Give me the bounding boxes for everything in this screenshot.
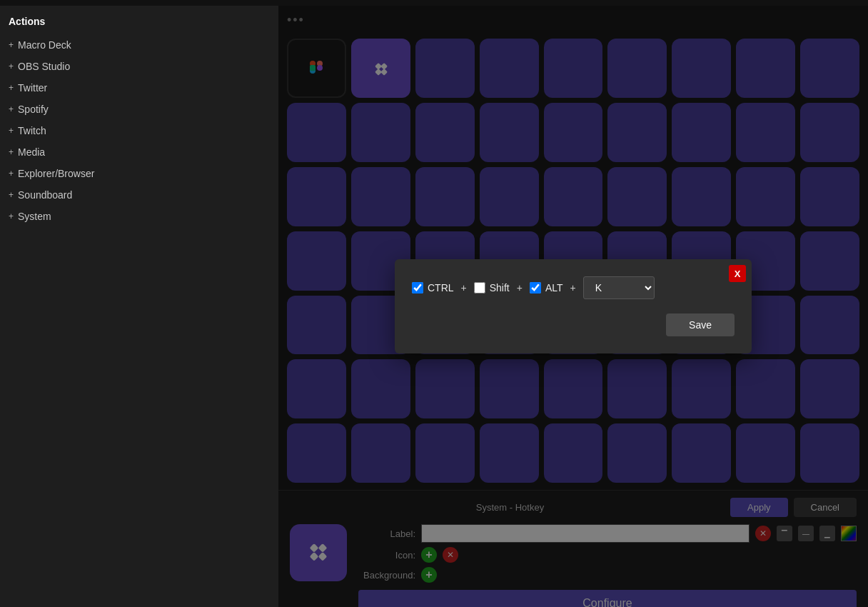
sidebar-item-explorer-browser[interactable]: +Explorer/Browser [0,163,278,184]
sidebar-item-label: OBS Studio [18,61,70,72]
sidebar-item-label: Spotify [18,104,49,115]
sidebar-title: Actions [0,11,278,34]
sidebar-item-twitch[interactable]: +Twitch [0,120,278,141]
expand-icon: + [9,40,14,50]
expand-icon: + [9,147,14,157]
sidebar-item-label: Soundboard [18,189,72,201]
alt-checkbox-label[interactable]: ALT [530,282,563,294]
sidebar-item-label: System [18,211,51,222]
expand-icon: + [9,190,14,200]
sidebar-item-label: Twitch [18,125,46,136]
expand-icon: + [9,83,14,93]
hotkey-modal: X CTRL + Shift + ALT [395,259,752,353]
sidebar-item-system[interactable]: +System [0,206,278,227]
alt-label: ALT [545,282,563,294]
ctrl-checkbox[interactable] [412,282,423,294]
modal-save-row: Save [412,313,735,336]
sidebar-item-twitter[interactable]: +Twitter [0,77,278,99]
ctrl-label: CTRL [428,282,454,294]
expand-icon: + [9,104,14,114]
shift-checkbox[interactable] [474,282,485,294]
modal-overlay: X CTRL + Shift + ALT [278,6,868,607]
expand-icon: + [9,61,14,71]
sidebar-item-obs-studio[interactable]: +OBS Studio [0,56,278,77]
sidebar-item-spotify[interactable]: +Spotify [0,99,278,120]
sidebar-item-media[interactable]: +Media [0,141,278,163]
shift-checkbox-label[interactable]: Shift [474,282,510,294]
plus-1: + [461,282,467,294]
shift-label: Shift [490,282,510,294]
ctrl-checkbox-label[interactable]: CTRL [412,282,454,294]
sidebar: Actions +Macro Deck+OBS Studio+Twitter+S… [0,6,278,607]
expand-icon: + [9,169,14,179]
sidebar-item-label: Explorer/Browser [18,168,94,179]
key-select[interactable]: KABCDEFGHIJLMNOPQRSTUVWXYZ [583,276,655,299]
modal-close-button[interactable]: X [729,265,746,282]
save-button[interactable]: Save [666,313,735,336]
sidebar-item-macro-deck[interactable]: +Macro Deck [0,34,278,56]
alt-checkbox[interactable] [530,282,541,294]
sidebar-item-label: Macro Deck [18,39,71,51]
sidebar-item-soundboard[interactable]: +Soundboard [0,184,278,206]
expand-icon: + [9,126,14,136]
right-panel: ••• X CTRL + [278,6,868,607]
sidebar-item-label: Twitter [18,82,47,94]
sidebar-item-label: Media [18,146,45,158]
plus-3: + [570,282,576,294]
expand-icon: + [9,211,14,221]
plus-2: + [517,282,523,294]
hotkey-row: CTRL + Shift + ALT + KABCDEFGHIJLMNOPQRS… [412,276,735,299]
